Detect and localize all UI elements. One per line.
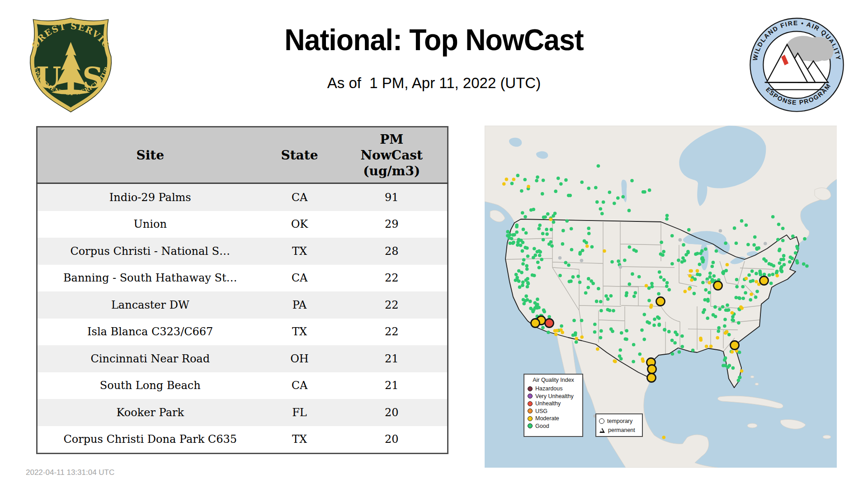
unhealthy-large-marker[interactable]	[545, 319, 554, 328]
good-monitor-dot[interactable]	[652, 324, 656, 327]
moderate-monitor-dot[interactable]	[696, 269, 699, 273]
good-monitor-dot[interactable]	[791, 235, 795, 238]
good-monitor-dot[interactable]	[518, 286, 522, 289]
gray-monitor-dot[interactable]	[558, 256, 562, 260]
good-monitor-dot[interactable]	[552, 221, 556, 224]
good-monitor-dot[interactable]	[604, 294, 608, 298]
good-monitor-dot[interactable]	[630, 179, 634, 183]
good-monitor-dot[interactable]	[665, 214, 669, 217]
good-monitor-dot[interactable]	[711, 265, 714, 268]
good-monitor-dot[interactable]	[593, 323, 597, 326]
moderate-monitor-dot[interactable]	[684, 290, 687, 293]
good-monitor-dot[interactable]	[564, 178, 568, 182]
good-monitor-dot[interactable]	[536, 261, 540, 264]
good-monitor-dot[interactable]	[696, 252, 699, 255]
good-monitor-dot[interactable]	[634, 249, 638, 253]
good-monitor-dot[interactable]	[521, 284, 524, 287]
good-monitor-dot[interactable]	[776, 238, 780, 241]
good-monitor-dot[interactable]	[583, 239, 586, 243]
good-monitor-dot[interactable]	[542, 310, 546, 314]
moderate-monitor-dot[interactable]	[750, 292, 753, 296]
good-monitor-dot[interactable]	[660, 241, 663, 244]
good-monitor-dot[interactable]	[680, 345, 684, 348]
good-monitor-dot[interactable]	[517, 269, 521, 273]
good-monitor-dot[interactable]	[547, 315, 551, 319]
good-monitor-dot[interactable]	[599, 309, 603, 313]
good-monitor-dot[interactable]	[595, 300, 599, 303]
moderate-monitor-dot[interactable]	[575, 337, 578, 340]
good-monitor-dot[interactable]	[599, 329, 603, 333]
good-monitor-dot[interactable]	[724, 308, 728, 312]
good-monitor-dot[interactable]	[620, 331, 623, 335]
good-monitor-dot[interactable]	[521, 241, 525, 244]
moderate-monitor-dot[interactable]	[549, 218, 552, 221]
good-monitor-dot[interactable]	[537, 227, 541, 230]
good-monitor-dot[interactable]	[698, 263, 702, 266]
good-monitor-dot[interactable]	[517, 239, 521, 242]
good-monitor-dot[interactable]	[640, 328, 644, 332]
good-monitor-dot[interactable]	[593, 330, 597, 334]
good-monitor-dot[interactable]	[521, 211, 524, 215]
good-monitor-dot[interactable]	[571, 275, 575, 279]
good-monitor-dot[interactable]	[725, 269, 728, 272]
gray-monitor-dot[interactable]	[679, 238, 682, 242]
good-monitor-dot[interactable]	[506, 230, 509, 234]
good-monitor-dot[interactable]	[737, 321, 741, 325]
good-monitor-dot[interactable]	[643, 190, 646, 194]
good-monitor-dot[interactable]	[662, 250, 665, 253]
good-monitor-dot[interactable]	[659, 252, 663, 256]
moderate-monitor-dot[interactable]	[740, 369, 744, 373]
good-monitor-dot[interactable]	[609, 294, 613, 298]
good-monitor-dot[interactable]	[680, 260, 684, 264]
good-monitor-dot[interactable]	[524, 215, 527, 219]
good-monitor-dot[interactable]	[769, 263, 773, 267]
good-monitor-dot[interactable]	[665, 281, 669, 285]
good-monitor-dot[interactable]	[532, 256, 535, 259]
good-monitor-dot[interactable]	[737, 296, 741, 300]
good-monitor-dot[interactable]	[576, 275, 580, 278]
moderate-monitor-dot[interactable]	[553, 329, 557, 333]
moderate-monitor-dot[interactable]	[688, 274, 692, 278]
good-monitor-dot[interactable]	[711, 278, 714, 282]
good-monitor-dot[interactable]	[735, 278, 739, 282]
good-monitor-dot[interactable]	[667, 330, 671, 333]
good-monitor-dot[interactable]	[520, 189, 524, 193]
good-monitor-dot[interactable]	[581, 249, 585, 252]
good-monitor-dot[interactable]	[646, 320, 649, 324]
good-monitor-dot[interactable]	[567, 263, 571, 267]
good-monitor-dot[interactable]	[708, 272, 712, 275]
gray-monitor-dot[interactable]	[619, 265, 623, 269]
good-monitor-dot[interactable]	[713, 305, 717, 309]
good-monitor-dot[interactable]	[618, 348, 622, 352]
good-monitor-dot[interactable]	[686, 250, 690, 253]
good-monitor-dot[interactable]	[659, 276, 663, 279]
good-monitor-dot[interactable]	[632, 295, 636, 298]
moderate-monitor-dot[interactable]	[709, 345, 713, 348]
good-monitor-dot[interactable]	[723, 318, 727, 321]
good-monitor-dot[interactable]	[693, 292, 696, 296]
moderate-monitor-dot[interactable]	[775, 274, 779, 277]
moderate-monitor-dot[interactable]	[613, 359, 616, 363]
good-monitor-dot[interactable]	[777, 223, 781, 226]
moderate-monitor-dot[interactable]	[724, 331, 727, 335]
good-monitor-dot[interactable]	[541, 192, 544, 196]
good-monitor-dot[interactable]	[559, 182, 563, 186]
good-monitor-dot[interactable]	[533, 301, 537, 305]
good-monitor-dot[interactable]	[662, 278, 666, 282]
good-monitor-dot[interactable]	[564, 261, 568, 265]
good-monitor-dot[interactable]	[682, 243, 685, 247]
good-monitor-dot[interactable]	[670, 234, 674, 238]
good-monitor-dot[interactable]	[755, 290, 759, 293]
good-monitor-dot[interactable]	[547, 242, 551, 246]
good-monitor-dot[interactable]	[523, 178, 527, 182]
good-monitor-dot[interactable]	[541, 232, 545, 235]
good-monitor-dot[interactable]	[700, 249, 704, 253]
good-monitor-dot[interactable]	[561, 242, 565, 246]
good-monitor-dot[interactable]	[667, 288, 671, 292]
good-monitor-dot[interactable]	[536, 175, 539, 179]
good-monitor-dot[interactable]	[658, 270, 661, 274]
good-monitor-dot[interactable]	[594, 186, 598, 190]
good-monitor-dot[interactable]	[740, 219, 744, 223]
good-monitor-dot[interactable]	[632, 360, 635, 364]
good-monitor-dot[interactable]	[538, 254, 542, 258]
